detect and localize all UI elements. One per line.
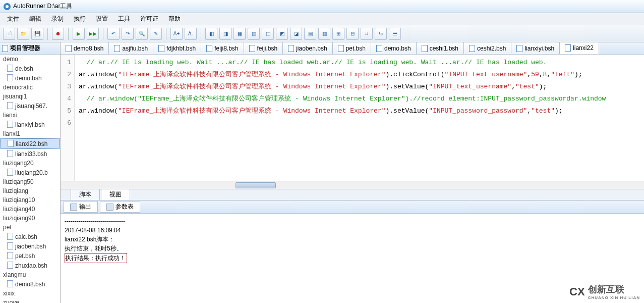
code-line[interactable]: // ar.window("IEFrame_上海泽众软件科技有限公司客户管理系统… xyxy=(79,93,640,105)
editor-horizontal-scrollbar[interactable] xyxy=(61,181,644,189)
tool-icon[interactable]: ▦ xyxy=(233,28,246,40)
code-line[interactable]: ar.window("IEFrame_上海泽众软件科技有限公司客户管理系统 - … xyxy=(79,81,640,93)
line-number: 5 xyxy=(61,105,71,117)
find-button[interactable]: 🔍 xyxy=(136,28,148,40)
editor-tab-label: lianxi22 xyxy=(573,44,594,52)
editor-tab[interactable]: feiji8.bsh xyxy=(201,42,244,54)
tool-icon[interactable]: ◨ xyxy=(219,28,231,40)
editor-tab[interactable]: fdjkhbf.bsh xyxy=(153,42,201,54)
editor-tab[interactable]: ceshi1.bsh xyxy=(417,42,464,54)
tree-folder[interactable]: zuoye xyxy=(0,298,60,303)
line-number: 2 xyxy=(61,69,71,81)
menu-许可证[interactable]: 许可证 xyxy=(135,14,163,24)
menu-bar: 文件编辑录制执行设置工具许可证帮助 xyxy=(0,13,644,25)
record-button[interactable]: ⏺ xyxy=(52,28,64,40)
editor-tab[interactable]: feiji.bsh xyxy=(244,42,283,54)
tool-icon[interactable]: ☰ xyxy=(389,28,401,40)
output-tab[interactable]: 输出 xyxy=(64,201,98,213)
tree-folder[interactable]: liuziqang50 xyxy=(0,177,60,186)
output-tab-label: 参数表 xyxy=(115,203,134,211)
editor-tab[interactable]: jiaoben.bsh xyxy=(283,42,332,54)
menu-编辑[interactable]: 编辑 xyxy=(24,14,46,24)
font-decrease-button[interactable]: A- xyxy=(185,28,197,40)
tool-icon[interactable]: ◪ xyxy=(290,28,302,40)
editor-tab[interactable]: lianxiyi.bsh xyxy=(511,42,560,54)
run-forward-button[interactable]: ▶▶ xyxy=(87,28,99,40)
toolbar: 📄 📁 💾 ⏺ ▶ ▶▶ ↶ ↷ 🔍 ✎ A+ A- ◧ ◨ ▦ ▧ ◫ ◩ ◪… xyxy=(0,25,644,42)
save-button[interactable]: 💾 xyxy=(31,28,43,40)
tree-file[interactable]: lianxi22.bsh xyxy=(0,138,60,149)
highlight-button[interactable]: ✎ xyxy=(150,28,162,40)
editor-tab[interactable]: demo8.bsh xyxy=(61,42,109,54)
code-line[interactable]: ar.window("IEFrame_上海泽众软件科技有限公司客户管理系统 - … xyxy=(79,105,640,117)
tool-icon[interactable]: ⊞ xyxy=(332,28,344,40)
tool-icon[interactable]: ⇆ xyxy=(375,28,387,40)
menu-执行[interactable]: 执行 xyxy=(69,14,91,24)
output-body[interactable]: ------------------------------2017-08-08… xyxy=(61,214,644,303)
tree-file[interactable]: calc.bsh xyxy=(0,232,60,241)
tree-folder[interactable]: liuziqiang xyxy=(0,186,60,195)
menu-帮助[interactable]: 帮助 xyxy=(163,14,186,24)
tree-file[interactable]: pet.bsh xyxy=(0,251,60,261)
run-button[interactable]: ▶ xyxy=(73,28,85,40)
scrollbar-thumb[interactable] xyxy=(236,182,276,188)
tree-file[interactable]: de.bsh xyxy=(0,64,60,73)
tool-icon[interactable]: ⊟ xyxy=(346,28,359,40)
tree-folder[interactable]: liuziqang20 xyxy=(0,159,60,168)
tree-folder[interactable]: xixix xyxy=(0,289,60,298)
tool-icon[interactable]: ◩ xyxy=(276,28,288,40)
redo-button[interactable]: ↷ xyxy=(122,28,134,40)
tree-folder[interactable]: xiangmu xyxy=(0,270,60,279)
output-line: 2017-08-08 16:09:04 xyxy=(65,226,640,235)
tool-icon[interactable]: ◫ xyxy=(262,28,274,40)
open-folder-button[interactable]: 📁 xyxy=(17,28,29,40)
font-increase-button[interactable]: A+ xyxy=(170,28,183,40)
output-pane: 输出参数表 ------------------------------2017… xyxy=(61,200,644,303)
output-line: lianxi22.bsh脚本： xyxy=(65,235,640,244)
tree-folder[interactable]: liuziqiang90 xyxy=(0,214,60,223)
tool-icon[interactable]: ◧ xyxy=(205,28,217,40)
tree-folder[interactable]: demo xyxy=(0,55,60,64)
tree-folder[interactable]: lianxi xyxy=(0,111,60,120)
editor-tab-label: jiaoben.bsh xyxy=(296,45,327,52)
tree-file[interactable]: demo.bsh xyxy=(0,73,60,83)
tree-file[interactable]: demo8.bsh xyxy=(0,279,60,289)
tree-folder[interactable]: jisuanqi1 xyxy=(0,92,60,101)
tool-icon[interactable]: ▤ xyxy=(304,28,316,40)
editor-tab[interactable]: lianxi22 xyxy=(560,42,599,54)
code-line[interactable]: ar.window("IEFrame_上海泽众软件科技有限公司客户管理系统 - … xyxy=(79,69,640,81)
menu-录制[interactable]: 录制 xyxy=(46,14,69,24)
menu-设置[interactable]: 设置 xyxy=(91,14,113,24)
tree-file[interactable]: jiaoben.bsh xyxy=(0,241,60,251)
editor-tab[interactable]: demo.bsh xyxy=(371,42,417,54)
code-line[interactable]: // ar.// IE is loading web. Wait ...ar./… xyxy=(79,57,640,69)
code-editor[interactable]: 123456 // ar.// IE is loading web. Wait … xyxy=(61,55,644,181)
tool-icon[interactable]: ⌗ xyxy=(361,28,373,40)
toolbar-separator xyxy=(68,28,69,40)
view-tab[interactable]: 视图 xyxy=(101,189,130,200)
tree-folder[interactable]: pet xyxy=(0,223,60,232)
editor-tab-label: demo8.bsh xyxy=(74,45,103,52)
editor-tab[interactable]: asjfiu.bsh xyxy=(109,42,153,54)
tree-file[interactable]: jisuanqi567. xyxy=(0,101,60,111)
editor-tab[interactable]: ceshi2.bsh xyxy=(464,42,511,54)
editor-tab[interactable]: pet.bsh xyxy=(333,42,371,54)
project-tree[interactable]: demode.bshdemo.bshdemocraticjisuanqi1jis… xyxy=(0,55,60,303)
tree-file[interactable]: lianxiyi.bsh xyxy=(0,120,60,129)
tool-icon[interactable]: ▧ xyxy=(248,28,260,40)
tree-folder[interactable]: liuziqiang10 xyxy=(0,195,60,205)
menu-工具[interactable]: 工具 xyxy=(113,14,135,24)
tree-folder[interactable]: democratic xyxy=(0,83,60,92)
tree-folder[interactable]: lianxi1 xyxy=(0,129,60,138)
tool-icon[interactable]: ▥ xyxy=(318,28,330,40)
view-tab[interactable]: 脚本 xyxy=(71,189,100,200)
code-area[interactable]: // ar.// IE is loading web. Wait ...ar./… xyxy=(75,55,644,181)
menu-文件[interactable]: 文件 xyxy=(2,14,24,24)
tree-file[interactable]: liuqiang20.b xyxy=(0,168,60,177)
output-tab[interactable]: 参数表 xyxy=(100,201,140,213)
tree-file[interactable]: zhuxiao.bsh xyxy=(0,261,60,270)
tree-file[interactable]: lianxi33.bsh xyxy=(0,149,60,159)
tree-folder[interactable]: liuziqiang40 xyxy=(0,205,60,214)
undo-button[interactable]: ↶ xyxy=(107,28,120,40)
new-file-button[interactable]: 📄 xyxy=(3,28,15,40)
